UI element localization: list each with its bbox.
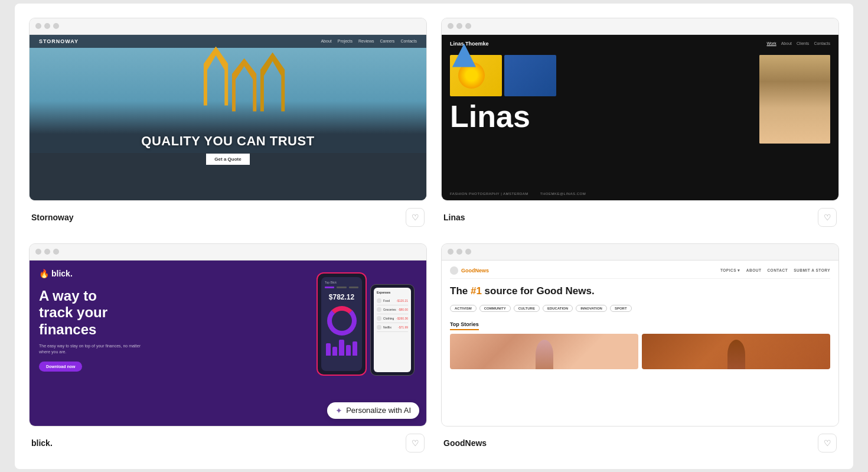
blick-tab-1 [325, 287, 334, 288]
goodnews-preview: GoodNews TOPICS ▾ ABOUT CONTACT SUBMIT A… [442, 261, 838, 426]
browser-dot-goodnews-3 [465, 249, 471, 255]
linas-nav-work: Work [766, 41, 776, 45]
tag-culture[interactable]: CULTURE [514, 305, 540, 312]
browser-dot-2 [44, 23, 50, 29]
goodnews-card-footer: GoodNews ♡ [441, 427, 839, 455]
card-blick: 🔥 blick. A way totrack yourfinances The … [29, 243, 427, 455]
goodnews-nav: GoodNews TOPICS ▾ ABOUT CONTACT SUBMIT A… [450, 266, 830, 279]
blick-item-netflix: Netflix -$71.99 [377, 323, 408, 332]
tag-community[interactable]: COMMUNITY [479, 305, 511, 312]
blick-phone-header: Top Blick [325, 281, 358, 284]
browser-dot-goodnews-1 [448, 249, 453, 255]
blick-item-groceries: Groceries -$80.00 [377, 305, 408, 314]
goodnews-logo-text: GoodNews [461, 268, 489, 274]
stornoway-title: Stornoway [31, 213, 74, 222]
linas-nav-about: About [781, 41, 792, 45]
goodnews-story-img-1 [450, 334, 638, 369]
person-silhouette-1 [536, 340, 553, 369]
blick-preview: 🔥 blick. A way totrack yourfinances The … [30, 261, 426, 426]
stornoway-logo: STORNOWAY [39, 38, 79, 44]
blick-bar-3 [339, 340, 344, 356]
sparkle-icon: ✦ [335, 406, 342, 415]
browser-dot-linas-1 [448, 23, 453, 29]
blick-item-netflix-name: Netflix [377, 325, 391, 330]
blick-bar-4 [346, 345, 351, 356]
main-container: STORNOWAY About Projects Reviews Careers… [15, 4, 853, 469]
linas-footer-email: THOEMKE@LINAS.COM [540, 192, 586, 196]
blick-bar-chart [325, 338, 358, 356]
blick-item-groceries-value: -$80.00 [398, 308, 408, 311]
browser-stornoway: STORNOWAY About Projects Reviews Careers… [29, 18, 427, 201]
linas-name-big: Linas [450, 101, 753, 132]
blick-phone2-screen: Expenses Food -$120.21 [374, 288, 411, 372]
goodnews-nav-links: TOPICS ▾ ABOUT CONTACT SUBMIT A STORY [720, 268, 830, 273]
personalize-text: Personalize with AI [346, 406, 411, 415]
tag-activism[interactable]: ACTIVISM [450, 305, 477, 312]
browser-dot-blick-3 [53, 249, 59, 255]
linas-title: Linas [443, 213, 465, 222]
linas-content: Linas [450, 55, 830, 144]
card-goodnews: GoodNews TOPICS ▾ ABOUT CONTACT SUBMIT A… [441, 243, 839, 455]
nav-link-projects: Projects [338, 39, 353, 43]
blick-item-netflix-icon [377, 325, 381, 330]
browser-blick: 🔥 blick. A way totrack yourfinances The … [29, 243, 427, 427]
goodnews-tags: ACTIVISM COMMUNITY CULTURE EDUCATION INN… [450, 305, 830, 312]
blick-item-clothing-name: Clothing [377, 316, 394, 321]
goodnews-logo-icon [450, 266, 458, 275]
blick-item-groceries-icon [377, 307, 381, 312]
blick-bar-1 [326, 343, 331, 356]
browser-dot-linas-3 [465, 23, 471, 29]
blick-amount: $782.12 [325, 291, 358, 304]
linas-portrait [759, 55, 830, 144]
blick-donut-chart [327, 306, 357, 336]
nav-link-about: About [321, 39, 331, 43]
blick-download-button[interactable]: Download now [39, 362, 82, 372]
personalize-badge[interactable]: ✦ Personalize with AI [327, 402, 419, 419]
linas-card-footer: Linas ♡ [441, 201, 839, 229]
linas-img-blue [504, 55, 556, 96]
stornoway-nav: STORNOWAY About Projects Reviews Careers… [30, 35, 426, 48]
stornoway-heart-button[interactable]: ♡ [406, 208, 425, 227]
goodnews-nav-contact: CONTACT [767, 268, 788, 273]
blick-phone-screen: Top Blick $782.12 [321, 277, 362, 371]
tag-innovation[interactable]: INNOVATION [576, 305, 607, 312]
story-person-1 [450, 334, 638, 369]
blick-tab-bar [325, 287, 358, 288]
blick-tab-3 [349, 287, 358, 288]
blick-phone-secondary: Expenses Food -$120.21 [370, 284, 415, 376]
linas-nav-name: Linas Thoemke [450, 41, 489, 47]
blick-sub-text: The easy way to stay on top of your fina… [39, 343, 145, 356]
arch-shape-3 [260, 53, 285, 112]
linas-left: Linas [450, 55, 753, 132]
nav-link-reviews: Reviews [358, 39, 374, 43]
blick-phone-main: Top Blick $782.12 [316, 272, 367, 376]
blick-item-clothing-icon [377, 316, 381, 321]
tag-sport[interactable]: SPORT [610, 305, 632, 312]
stornoway-cta-button[interactable]: Get a Quote [206, 154, 249, 165]
goodnews-title: GoodNews [443, 438, 487, 448]
tag-education[interactable]: EDUCATION [543, 305, 573, 312]
portrait-image [759, 55, 830, 144]
card-stornoway: STORNOWAY About Projects Reviews Careers… [29, 18, 427, 229]
linas-footer: FASHION PHOTOGRAPHY | AMSTERDAM THOEMKE@… [450, 192, 586, 196]
goodnews-story-img-2 [642, 334, 830, 369]
arch-shape-1 [204, 47, 229, 106]
goodnews-logo: GoodNews [450, 266, 489, 275]
linas-nav-links: Work About Clients Contacts [766, 41, 830, 45]
blick-card-footer: blick. ♡ [29, 427, 427, 455]
blick-bar-2 [332, 347, 337, 356]
browser-dot-blick-2 [44, 249, 50, 255]
stornoway-arch [204, 47, 285, 112]
goodnews-heart-button[interactable]: ♡ [818, 434, 837, 453]
browser-dot-linas-2 [456, 23, 462, 29]
blick-item-clothing-value: -$260.36 [396, 317, 408, 320]
blick-item-netflix-value: -$71.99 [398, 325, 408, 329]
linas-heart-button[interactable]: ♡ [818, 208, 837, 227]
blick-expenses-label: Expenses [377, 291, 408, 294]
linas-nav-clients: Clients [797, 41, 809, 45]
card-linas: Linas Thoemke Work About Clients Contact… [441, 18, 839, 229]
browser-top-bar-blick [30, 244, 426, 261]
goodnews-story-images [450, 334, 830, 369]
linas-nav-contacts: Contacts [814, 41, 830, 45]
blick-heart-button[interactable]: ♡ [406, 434, 425, 453]
